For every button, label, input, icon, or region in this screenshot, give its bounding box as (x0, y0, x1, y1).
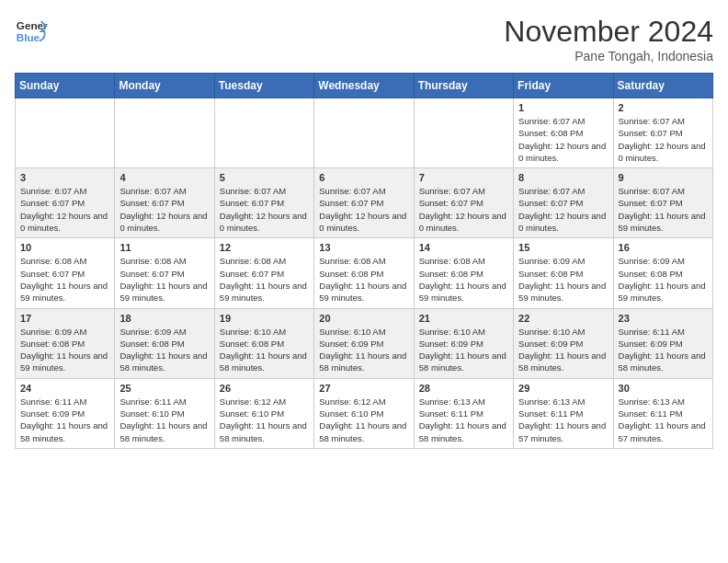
day-number: 23 (619, 313, 708, 324)
calendar-cell: 3Sunrise: 6:07 AMSunset: 6:07 PMDaylight… (16, 168, 115, 238)
day-number: 5 (220, 172, 309, 183)
calendar-week-row: 3Sunrise: 6:07 AMSunset: 6:07 PMDaylight… (16, 168, 713, 238)
day-info: Sunrise: 6:07 AMSunset: 6:07 PMDaylight:… (419, 185, 508, 234)
weekday-header: Wednesday (314, 74, 414, 98)
day-info: Sunrise: 6:13 AMSunset: 6:11 PMDaylight:… (518, 396, 608, 444)
day-number: 16 (619, 242, 708, 253)
calendar-week-row: 24Sunrise: 6:11 AMSunset: 6:09 PMDayligh… (16, 378, 713, 448)
day-info: Sunrise: 6:10 AMSunset: 6:08 PMDaylight:… (220, 326, 309, 374)
day-number: 19 (220, 313, 309, 324)
day-number: 28 (419, 383, 508, 394)
day-info: Sunrise: 6:09 AMSunset: 6:08 PMDaylight:… (619, 255, 708, 304)
calendar-cell (214, 98, 313, 168)
svg-text:Blue: Blue (17, 31, 40, 43)
calendar-cell (314, 98, 414, 168)
day-info: Sunrise: 6:08 AMSunset: 6:07 PMDaylight:… (20, 255, 109, 304)
calendar-cell: 30Sunrise: 6:13 AMSunset: 6:11 PMDayligh… (613, 378, 712, 448)
day-number: 6 (319, 172, 408, 183)
day-info: Sunrise: 6:07 AMSunset: 6:07 PMDaylight:… (619, 185, 708, 234)
weekday-header: Monday (115, 74, 214, 98)
day-info: Sunrise: 6:10 AMSunset: 6:09 PMDaylight:… (518, 326, 608, 374)
day-number: 7 (419, 172, 508, 183)
day-info: Sunrise: 6:07 AMSunset: 6:07 PMDaylight:… (20, 185, 109, 234)
day-info: Sunrise: 6:08 AMSunset: 6:07 PMDaylight:… (119, 255, 209, 304)
calendar-table: SundayMondayTuesdayWednesdayThursdayFrid… (15, 73, 713, 449)
day-number: 25 (119, 383, 209, 394)
day-info: Sunrise: 6:10 AMSunset: 6:09 PMDaylight:… (419, 326, 508, 374)
day-info: Sunrise: 6:07 AMSunset: 6:08 PMDaylight:… (518, 115, 608, 164)
calendar-cell: 24Sunrise: 6:11 AMSunset: 6:09 PMDayligh… (16, 378, 115, 448)
day-info: Sunrise: 6:13 AMSunset: 6:11 PMDaylight:… (619, 396, 708, 444)
day-info: Sunrise: 6:11 AMSunset: 6:10 PMDaylight:… (119, 396, 209, 444)
day-number: 15 (518, 242, 608, 253)
day-info: Sunrise: 6:13 AMSunset: 6:11 PMDaylight:… (419, 396, 508, 444)
calendar-week-row: 17Sunrise: 6:09 AMSunset: 6:08 PMDayligh… (16, 308, 713, 378)
calendar-cell (414, 98, 513, 168)
calendar-cell: 26Sunrise: 6:12 AMSunset: 6:10 PMDayligh… (214, 378, 313, 448)
location: Pane Tongah, Indonesia (504, 49, 713, 63)
calendar-week-row: 10Sunrise: 6:08 AMSunset: 6:07 PMDayligh… (16, 238, 713, 308)
page-header: General Blue November 2024 Pane Tongah, … (15, 15, 713, 63)
calendar-cell: 10Sunrise: 6:08 AMSunset: 6:07 PMDayligh… (16, 238, 115, 308)
day-number: 9 (619, 172, 708, 183)
day-info: Sunrise: 6:12 AMSunset: 6:10 PMDaylight:… (220, 396, 309, 444)
calendar-cell: 16Sunrise: 6:09 AMSunset: 6:08 PMDayligh… (613, 238, 712, 308)
calendar-cell: 13Sunrise: 6:08 AMSunset: 6:08 PMDayligh… (314, 238, 414, 308)
calendar-cell: 4Sunrise: 6:07 AMSunset: 6:07 PMDaylight… (115, 168, 214, 238)
day-info: Sunrise: 6:10 AMSunset: 6:09 PMDaylight:… (319, 326, 408, 374)
day-number: 14 (419, 242, 508, 253)
calendar-cell: 14Sunrise: 6:08 AMSunset: 6:08 PMDayligh… (414, 238, 513, 308)
day-info: Sunrise: 6:07 AMSunset: 6:07 PMDaylight:… (518, 185, 608, 234)
day-info: Sunrise: 6:09 AMSunset: 6:08 PMDaylight:… (518, 255, 608, 304)
calendar-cell: 22Sunrise: 6:10 AMSunset: 6:09 PMDayligh… (514, 308, 613, 378)
day-number: 3 (20, 172, 109, 183)
day-number: 8 (518, 172, 608, 183)
day-number: 12 (220, 242, 309, 253)
day-number: 4 (119, 172, 209, 183)
calendar-cell: 6Sunrise: 6:07 AMSunset: 6:07 PMDaylight… (314, 168, 414, 238)
calendar-cell: 12Sunrise: 6:08 AMSunset: 6:07 PMDayligh… (214, 238, 313, 308)
calendar-cell: 28Sunrise: 6:13 AMSunset: 6:11 PMDayligh… (414, 378, 513, 448)
day-number: 24 (20, 383, 109, 394)
day-info: Sunrise: 6:07 AMSunset: 6:07 PMDaylight:… (119, 185, 209, 234)
calendar-cell: 15Sunrise: 6:09 AMSunset: 6:08 PMDayligh… (514, 238, 613, 308)
weekday-header-row: SundayMondayTuesdayWednesdayThursdayFrid… (16, 74, 713, 98)
weekday-header: Sunday (16, 74, 115, 98)
day-info: Sunrise: 6:11 AMSunset: 6:09 PMDaylight:… (20, 396, 109, 444)
calendar-cell: 25Sunrise: 6:11 AMSunset: 6:10 PMDayligh… (115, 378, 214, 448)
day-number: 22 (518, 313, 608, 324)
day-info: Sunrise: 6:09 AMSunset: 6:08 PMDaylight:… (119, 326, 209, 374)
weekday-header: Thursday (414, 74, 513, 98)
day-number: 13 (319, 242, 408, 253)
day-info: Sunrise: 6:09 AMSunset: 6:08 PMDaylight:… (20, 326, 109, 374)
calendar-cell: 9Sunrise: 6:07 AMSunset: 6:07 PMDaylight… (613, 168, 712, 238)
calendar-cell: 23Sunrise: 6:11 AMSunset: 6:09 PMDayligh… (613, 308, 712, 378)
calendar-cell: 21Sunrise: 6:10 AMSunset: 6:09 PMDayligh… (414, 308, 513, 378)
month-title: November 2024 (504, 15, 713, 49)
calendar-cell: 7Sunrise: 6:07 AMSunset: 6:07 PMDaylight… (414, 168, 513, 238)
day-number: 20 (319, 313, 408, 324)
calendar-cell: 2Sunrise: 6:07 AMSunset: 6:07 PMDaylight… (613, 98, 712, 168)
day-info: Sunrise: 6:08 AMSunset: 6:08 PMDaylight:… (319, 255, 408, 304)
day-info: Sunrise: 6:08 AMSunset: 6:07 PMDaylight:… (220, 255, 309, 304)
day-number: 30 (619, 383, 708, 394)
calendar-cell (115, 98, 214, 168)
day-info: Sunrise: 6:12 AMSunset: 6:10 PMDaylight:… (319, 396, 408, 444)
day-number: 17 (20, 313, 109, 324)
calendar-cell: 1Sunrise: 6:07 AMSunset: 6:08 PMDaylight… (514, 98, 613, 168)
weekday-header: Saturday (613, 74, 712, 98)
day-number: 11 (119, 242, 209, 253)
day-info: Sunrise: 6:07 AMSunset: 6:07 PMDaylight:… (319, 185, 408, 234)
day-info: Sunrise: 6:07 AMSunset: 6:07 PMDaylight:… (619, 115, 708, 164)
weekday-header: Tuesday (214, 74, 313, 98)
calendar-cell: 20Sunrise: 6:10 AMSunset: 6:09 PMDayligh… (314, 308, 414, 378)
day-number: 10 (20, 242, 109, 253)
logo-icon: General Blue (15, 15, 48, 48)
calendar-cell: 5Sunrise: 6:07 AMSunset: 6:07 PMDaylight… (214, 168, 313, 238)
weekday-header: Friday (514, 74, 613, 98)
calendar-cell: 19Sunrise: 6:10 AMSunset: 6:08 PMDayligh… (214, 308, 313, 378)
logo: General Blue (15, 15, 48, 48)
title-block: November 2024 Pane Tongah, Indonesia (504, 15, 713, 63)
day-number: 1 (518, 102, 608, 113)
calendar-cell: 17Sunrise: 6:09 AMSunset: 6:08 PMDayligh… (16, 308, 115, 378)
